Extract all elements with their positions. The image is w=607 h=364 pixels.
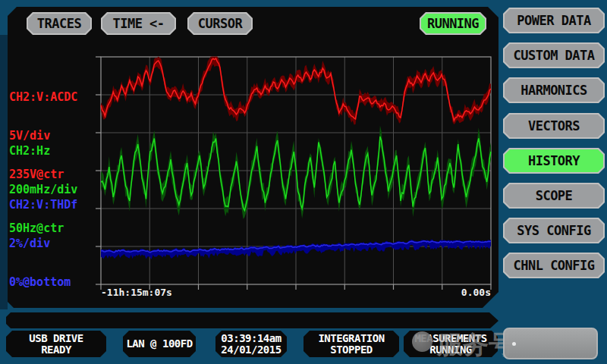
history-plot bbox=[94, 55, 495, 292]
x-axis-end-label: 0.00s bbox=[461, 287, 491, 298]
sidebar-item-sys-config[interactable]: SYS CONFIG bbox=[503, 218, 605, 243]
time-back-button[interactable]: TIME <- bbox=[101, 12, 176, 35]
traces-button[interactable]: TRACES bbox=[27, 12, 92, 35]
status-line: USB DRIVE bbox=[29, 333, 83, 344]
sidebar-label: CHNL CONFIG bbox=[513, 258, 594, 273]
clock-indicator: 03:39:14am 24/01/2015 bbox=[215, 331, 287, 357]
usb-status-indicator: USB DRIVE READY bbox=[6, 331, 106, 357]
sidebar-item-custom-data[interactable]: CUSTOM DATA bbox=[503, 42, 605, 68]
sidebar-item-harmonics[interactable]: HARMONICS bbox=[503, 77, 605, 103]
channel-name: CH2:Hz bbox=[9, 145, 77, 158]
running-status-label: RUNNING bbox=[427, 16, 479, 31]
sidebar-label: SYS CONFIG bbox=[517, 223, 590, 238]
status-line: LAN @ 100FD bbox=[126, 338, 192, 350]
status-date: 24/01/2015 bbox=[221, 344, 281, 356]
status-time: 03:39:14am bbox=[221, 333, 281, 344]
sidebar-item-chnl-config[interactable]: CHNL CONFIG bbox=[503, 253, 605, 278]
cursor-button-label: CURSOR bbox=[198, 16, 242, 31]
x-axis-start-label: -11h:15m:07s bbox=[101, 287, 172, 298]
sidebar-item-power-data[interactable]: POWER DATA bbox=[503, 8, 605, 33]
channel-name: CH2:V:ACDC bbox=[9, 91, 77, 104]
sidebar-label: HARMONICS bbox=[521, 83, 587, 98]
status-line: READY bbox=[41, 344, 71, 356]
channel-ref: 0%@bottom bbox=[9, 276, 77, 289]
device-bezel: TRACES TIME <- CURSOR RUNNING POWER DATA… bbox=[0, 0, 607, 364]
running-status-badge: RUNNING bbox=[420, 12, 486, 35]
channel-name: CH2:V:THDf bbox=[9, 199, 77, 212]
sidebar-label: POWER DATA bbox=[517, 13, 590, 28]
traces-button-label: TRACES bbox=[37, 16, 81, 31]
watermark-logo-icon bbox=[412, 331, 432, 352]
sidebar-label: SCOPE bbox=[536, 188, 573, 203]
time-back-button-label: TIME <- bbox=[112, 16, 164, 31]
integration-status-indicator: INTEGRATION STOPPED bbox=[304, 331, 399, 357]
channel-label-thdf: CH2:V:THDf 2%/div 0%@bottom bbox=[9, 173, 77, 315]
sidebar-label: HISTORY bbox=[528, 153, 580, 168]
cursor-button[interactable]: CURSOR bbox=[187, 12, 253, 35]
sidebar-label: VECTORS bbox=[528, 118, 580, 133]
sidebar-item-scope[interactable]: SCOPE bbox=[503, 183, 605, 209]
sidebar-item-vectors[interactable]: VECTORS bbox=[503, 113, 605, 139]
softkey-strip bbox=[6, 312, 498, 328]
status-line: STOPPED bbox=[330, 344, 373, 356]
sidebar-label: CUSTOM DATA bbox=[513, 48, 594, 63]
channel-scale: 2%/div bbox=[9, 237, 77, 250]
watermark-box bbox=[503, 328, 598, 359]
sidebar-item-history[interactable]: HISTORY bbox=[503, 148, 605, 174]
status-line: INTEGRATION bbox=[318, 333, 384, 344]
lan-status-indicator: LAN @ 100FD bbox=[123, 331, 196, 357]
bezel-left-shade bbox=[0, 35, 8, 309]
